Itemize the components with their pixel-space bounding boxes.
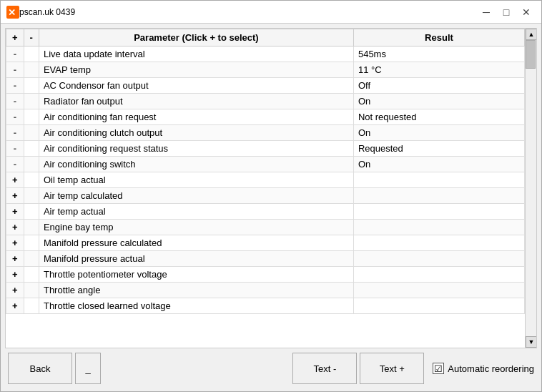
app-icon: ✕ xyxy=(6,6,19,19)
minimize-button[interactable]: ─ xyxy=(477,4,496,20)
table-row: +Throttle potentiometer voltage xyxy=(6,267,525,283)
header-result: Result xyxy=(353,29,524,46)
window-title: pscan.uk 0439 xyxy=(19,7,477,17)
text-minus-button[interactable]: Text - xyxy=(292,353,357,384)
plus-control[interactable]: + xyxy=(6,283,24,298)
result-cell: Requested xyxy=(353,141,524,157)
minus-control[interactable]: - xyxy=(6,46,24,62)
table-row: -Air conditioning switchOn xyxy=(6,157,525,172)
empty-col xyxy=(24,78,39,94)
empty-col xyxy=(24,172,39,188)
table-row: -Air conditioning clutch outputOn xyxy=(6,125,525,141)
result-cell xyxy=(353,251,524,267)
scroll-track[interactable] xyxy=(526,40,536,336)
param-cell: Engine bay temp xyxy=(39,220,353,235)
minus-control[interactable]: - xyxy=(6,78,24,94)
result-cell: 11 °C xyxy=(353,62,524,78)
minus-control[interactable]: - xyxy=(6,157,24,172)
table-row: -Radiator fan outputOn xyxy=(6,94,525,109)
result-cell xyxy=(353,283,524,298)
scroll-thumb[interactable] xyxy=(526,40,536,69)
empty-col xyxy=(24,62,39,78)
plus-control[interactable]: + xyxy=(6,298,24,314)
empty-col xyxy=(24,188,39,204)
param-cell: Radiator fan output xyxy=(39,94,353,109)
param-cell: Air conditioning clutch output xyxy=(39,125,353,141)
result-cell xyxy=(353,220,524,235)
scroll-bar[interactable]: ▲ ▼ xyxy=(525,29,536,348)
param-cell: EVAP temp xyxy=(39,62,353,78)
table-row: -AC Condensor fan outputOff xyxy=(6,78,525,94)
param-cell: AC Condensor fan output xyxy=(39,78,353,94)
table-row: +Air temp actual xyxy=(6,204,525,220)
table-row: -EVAP temp11 °C xyxy=(6,62,525,78)
result-cell xyxy=(353,188,524,204)
param-cell: Air conditioning fan request xyxy=(39,109,353,125)
plus-control[interactable]: + xyxy=(6,235,24,251)
param-cell: Oil temp actual xyxy=(39,172,353,188)
param-cell: Throttle potentiometer voltage xyxy=(39,267,353,283)
param-cell: Air temp calculated xyxy=(39,188,353,204)
empty-col xyxy=(24,283,39,298)
param-cell: Air conditioning request status xyxy=(39,141,353,157)
plus-control[interactable]: + xyxy=(6,267,24,283)
result-cell xyxy=(353,204,524,220)
minus-control[interactable]: - xyxy=(6,125,24,141)
result-cell xyxy=(353,172,524,188)
auto-reorder-checkbox[interactable]: ☑ xyxy=(433,363,444,374)
plus-control[interactable]: + xyxy=(6,220,24,235)
table-row: +Manifold pressure calculated xyxy=(6,235,525,251)
result-cell xyxy=(353,267,524,283)
minimize-small-button[interactable]: _ xyxy=(75,353,101,384)
minus-control[interactable]: - xyxy=(6,141,24,157)
maximize-button[interactable]: □ xyxy=(497,4,516,20)
minus-control[interactable]: - xyxy=(6,94,24,109)
empty-col xyxy=(24,298,39,314)
result-cell xyxy=(353,298,524,314)
param-cell: Air conditioning switch xyxy=(39,157,353,172)
param-cell: Air temp actual xyxy=(39,204,353,220)
empty-col xyxy=(24,141,39,157)
table-row: +Air temp calculated xyxy=(6,188,525,204)
text-plus-button[interactable]: Text + xyxy=(360,353,424,384)
param-cell: Live data update interval xyxy=(39,46,353,62)
content-area: + - Parameter (Click + to select) Result… xyxy=(1,24,541,391)
auto-reorder-label: Automatic reordering xyxy=(448,363,534,374)
table-row: +Throttle closed learned voltage xyxy=(6,298,525,314)
close-button[interactable]: ✕ xyxy=(517,4,536,20)
plus-control[interactable]: + xyxy=(6,251,24,267)
header-plus[interactable]: + xyxy=(6,29,24,46)
result-cell: On xyxy=(353,94,524,109)
empty-col xyxy=(24,235,39,251)
empty-col xyxy=(24,251,39,267)
result-cell: 545ms xyxy=(353,46,524,62)
title-bar: ✕ pscan.uk 0439 ─ □ ✕ xyxy=(1,1,541,24)
empty-col xyxy=(24,109,39,125)
data-table-container: + - Parameter (Click + to select) Result… xyxy=(5,28,537,348)
table-row: +Engine bay temp xyxy=(6,220,525,235)
table-inner: + - Parameter (Click + to select) Result… xyxy=(6,29,525,348)
plus-control[interactable]: + xyxy=(6,188,24,204)
back-button[interactable]: Back xyxy=(8,353,72,384)
header-param: Parameter (Click + to select) xyxy=(39,29,353,46)
table-row: -Air conditioning fan requestNot request… xyxy=(6,109,525,125)
scroll-down-arrow[interactable]: ▼ xyxy=(526,336,536,348)
header-minus[interactable]: - xyxy=(24,29,39,46)
scroll-up-arrow[interactable]: ▲ xyxy=(526,29,536,40)
svg-text:✕: ✕ xyxy=(8,7,16,18)
table-row: +Manifold pressure actual xyxy=(6,251,525,267)
table-row: +Throttle angle xyxy=(6,283,525,298)
result-cell: Not requested xyxy=(353,109,524,125)
empty-col xyxy=(24,94,39,109)
param-cell: Throttle angle xyxy=(39,283,353,298)
minus-control[interactable]: - xyxy=(6,62,24,78)
table-row: -Air conditioning request statusRequeste… xyxy=(6,141,525,157)
empty-col xyxy=(24,267,39,283)
plus-control[interactable]: + xyxy=(6,204,24,220)
plus-control[interactable]: + xyxy=(6,172,24,188)
result-cell: On xyxy=(353,125,524,141)
auto-reorder-control[interactable]: ☑ Automatic reordering xyxy=(433,363,534,374)
minus-control[interactable]: - xyxy=(6,109,24,125)
empty-col xyxy=(24,125,39,141)
table-row: +Oil temp actual xyxy=(6,172,525,188)
